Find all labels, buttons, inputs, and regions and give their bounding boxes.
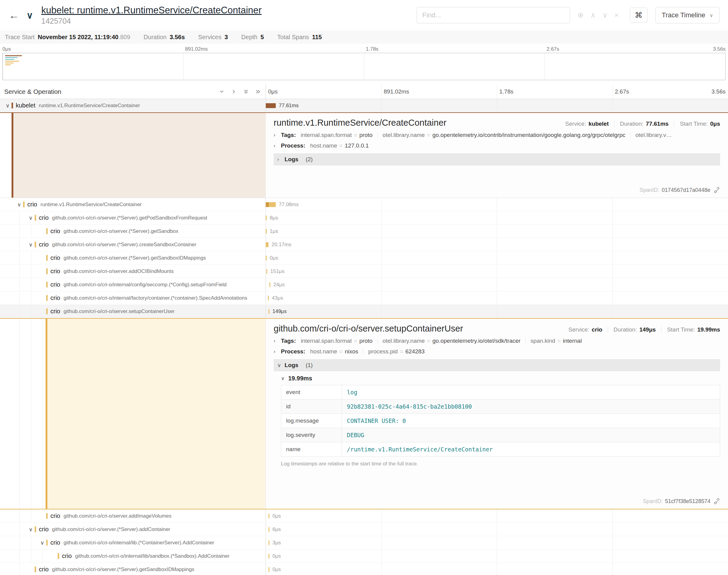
span-detail-crio: github.com/cri-o/cri-o/server.setupConta… — [0, 318, 728, 509]
tags-accordion[interactable]: › Tags: internal.span.format=proto otel.… — [274, 338, 720, 344]
trace-depth: Depth 5 — [241, 34, 264, 41]
span-row[interactable]: ∨ crio runtime.v1.RuntimeService/CreateC… — [0, 198, 728, 211]
span-bar[interactable] — [268, 567, 269, 572]
find-clear-icon[interactable]: × — [611, 11, 622, 20]
span-duration: 6μs — [272, 527, 281, 533]
span-bar[interactable] — [268, 309, 269, 314]
collapse-chevron-icon[interactable]: ∨ — [27, 215, 35, 221]
minimap-span — [5, 59, 14, 60]
process-accordion[interactable]: › Process: host.name=nixos process.pid=6… — [274, 348, 720, 355]
trace-summary-bar: Trace Start November 15 2022, 11:19:40 .… — [0, 30, 728, 44]
span-bar[interactable] — [268, 296, 269, 301]
span-color-tick — [46, 282, 48, 288]
span-duration: 3μs — [272, 540, 281, 546]
collapse-chevron-icon[interactable]: ∨ — [27, 526, 35, 533]
service-name: crio — [51, 255, 60, 261]
trace-view-selector[interactable]: Trace Timeline ∨ — [655, 7, 720, 23]
span-row[interactable]: crio github.com/cri-o/cri-o/internal/fac… — [0, 292, 728, 305]
collapse-chevron-icon[interactable]: ∨ — [27, 241, 35, 248]
span-row[interactable]: crio github.com/cri-o/cri-o/server.addIm… — [0, 509, 728, 523]
operation-name: github.com/cri-o/cri-o/server.(*Server).… — [52, 527, 170, 533]
expand-all-icon[interactable] — [255, 89, 261, 95]
chevron-right-icon: › — [274, 338, 281, 344]
log-entry-toggle[interactable]: ∨ 19.99ms — [281, 375, 720, 382]
span-duration: 77.61ms — [279, 103, 299, 109]
find-input[interactable] — [417, 7, 570, 23]
keyboard-shortcuts-button[interactable]: ⌘ — [630, 8, 648, 23]
collapse-chevron-icon[interactable]: ∨ — [15, 201, 23, 208]
span-row[interactable]: ∨ crio github.com/cri-o/cri-o/internal/l… — [0, 536, 728, 549]
collapse-chevron-icon[interactable]: ∨ — [4, 102, 11, 109]
span-color-tick — [46, 308, 48, 314]
log-field-row: name /runtime.v1.RuntimeService/CreateCo… — [281, 442, 720, 456]
deep-link-icon[interactable] — [714, 498, 720, 505]
deep-link-icon[interactable] — [714, 187, 720, 193]
service-name: crio — [39, 566, 48, 573]
span-duration: 0μs — [272, 513, 281, 519]
span-bar[interactable] — [266, 103, 276, 108]
span-row[interactable]: ∨ crio github.com/cri-o/cri-o/server.(*S… — [0, 523, 728, 536]
span-row[interactable]: crio github.com/cri-o/cri-o/internal/lib… — [0, 549, 728, 563]
span-bar[interactable] — [269, 282, 270, 287]
collapse-all-icon[interactable] — [243, 89, 249, 95]
span-row[interactable]: ∨ crio github.com/cri-o/cri-o/server.(*S… — [0, 211, 728, 225]
service-name: crio — [51, 268, 60, 275]
span-detail-accent — [11, 113, 265, 198]
back-button[interactable]: ← — [6, 9, 22, 21]
operation-name: github.com/cri-o/cri-o/server.setupConta… — [64, 308, 175, 314]
span-bar[interactable] — [268, 527, 269, 532]
span-row[interactable]: ∨ kubelet runtime.v1.RuntimeService/Crea… — [0, 99, 728, 112]
locate-span-icon[interactable]: ⊕ — [574, 11, 587, 20]
service-name: crio — [51, 295, 60, 301]
collapse-chevron-icon[interactable]: ∨ — [38, 539, 46, 546]
span-bar[interactable] — [266, 202, 276, 207]
trace-start-millis: .809 — [119, 34, 130, 41]
process-accordion[interactable]: › Process: host.name=127.0.0.1 — [274, 142, 720, 149]
find-next-icon[interactable]: ∨ — [599, 11, 611, 20]
operation-name: github.com/cri-o/cri-o/server.(*Server).… — [64, 228, 178, 234]
span-bar[interactable] — [266, 242, 268, 247]
span-row[interactable]: crio github.com/cri-o/cri-o/server.(*Ser… — [0, 251, 728, 265]
expand-one-icon[interactable] — [231, 89, 237, 95]
timeline-column-header: Service & Operation 0μs 891.02ms 1.78s 2… — [0, 84, 728, 99]
timeline-ruler: 0μs 891.02ms 1.78s 2.67s 3.56s — [266, 84, 728, 99]
span-bar[interactable] — [268, 514, 269, 518]
span-id: 0174567d17a0448e — [662, 187, 710, 193]
service-operation-header: Service & Operation — [4, 88, 61, 95]
find-prev-icon[interactable]: ∧ — [587, 11, 599, 20]
span-duration: 0μs — [272, 567, 281, 573]
collapse-one-icon[interactable] — [219, 89, 225, 95]
span-bar[interactable] — [266, 256, 267, 261]
span-row[interactable]: ∨ crio github.com/cri-o/cri-o/server.(*S… — [0, 238, 728, 251]
minimap-canvas[interactable] — [2, 53, 726, 80]
span-color-tick — [35, 527, 36, 532]
operation-name: github.com/cri-o/cri-o/internal/lib.(*Co… — [64, 540, 214, 546]
span-bar[interactable] — [266, 215, 267, 221]
span-row[interactable]: crio github.com/cri-o/cri-o/server.addOC… — [0, 265, 728, 278]
minimap-tick-labels: 0μs 891.02ms 1.78s 2.67s 3.56s — [2, 45, 726, 53]
span-row[interactable]: crio github.com/cri-o/cri-o/server.setup… — [0, 305, 728, 318]
span-color-tick — [46, 295, 48, 301]
span-bar[interactable] — [268, 554, 269, 559]
span-color-tick — [58, 553, 59, 559]
span-bar[interactable] — [268, 540, 269, 545]
service-name: crio — [39, 526, 48, 533]
chevron-down-icon: ∨ — [26, 10, 33, 20]
span-row[interactable]: crio github.com/cri-o/cri-o/server.(*Ser… — [0, 563, 728, 575]
chevron-down-icon: ∨ — [709, 12, 713, 18]
operation-name: github.com/cri-o/cri-o/server.addImageVo… — [64, 513, 171, 519]
logs-accordion[interactable]: ∨ Logs (1) — [274, 359, 720, 371]
span-color-tick — [35, 242, 36, 247]
span-color-tick — [46, 255, 48, 261]
trace-title-link[interactable]: kubelet: runtime.v1.RuntimeService/Creat… — [41, 5, 262, 16]
log-fields-table: event log id 92b82381-025c-4a64-815c-ba2… — [281, 385, 720, 456]
tags-accordion[interactable]: › Tags: internal.span.format=proto otel.… — [274, 132, 720, 138]
trace-header-collapse-button[interactable]: ∨ — [22, 10, 38, 21]
logs-accordion[interactable]: › Logs (2) — [274, 153, 720, 165]
span-row[interactable]: crio github.com/cri-o/cri-o/server.(*Ser… — [0, 225, 728, 238]
span-row[interactable]: crio github.com/cri-o/cri-o/internal/con… — [0, 278, 728, 292]
log-entry: ∨ 19.99ms event log id 92b82381-025c-4a6… — [274, 371, 720, 467]
span-bar[interactable] — [266, 229, 267, 234]
span-bar[interactable] — [266, 269, 267, 274]
service-name: crio — [27, 201, 37, 208]
